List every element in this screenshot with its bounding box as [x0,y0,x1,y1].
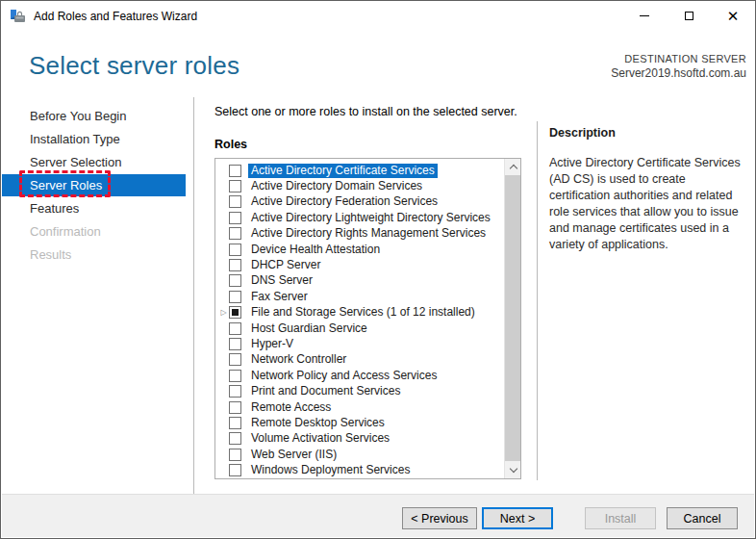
sidebar-item-results: Results [2,244,186,266]
role-row-remote-access[interactable]: Remote Access [218,399,520,415]
role-checkbox[interactable] [229,449,241,461]
role-row-active-directory-certificate-services[interactable]: Active Directory Certificate Services [218,163,520,178]
role-checkbox[interactable] [229,385,241,398]
minimize-button[interactable] [622,1,667,31]
role-row-hyper-v[interactable]: Hyper-V [218,336,520,351]
role-row-active-directory-federation-services[interactable]: Active Directory Federation Services [218,194,520,210]
role-checkbox[interactable] [229,417,241,429]
sidebar-divider [193,97,194,496]
role-label: Fax Server [248,290,311,304]
role-checkbox[interactable] [229,401,241,414]
role-row-file-and-storage-services-1-of-12-installed[interactable]: ▷File and Storage Services (1 of 12 inst… [218,305,520,321]
sidebar-item-before-you-begin[interactable]: Before You Begin [2,105,186,127]
role-row-remote-desktop-services[interactable]: Remote Desktop Services [218,415,520,430]
role-checkbox[interactable] [229,322,241,335]
chevron-up-icon [509,165,517,172]
role-checkbox[interactable] [229,274,241,287]
roles-listbox[interactable]: Active Directory Certificate ServicesAct… [214,158,521,479]
role-row-active-directory-domain-services[interactable]: Active Directory Domain Services [218,178,520,193]
role-label: Active Directory Lightweight Directory S… [248,211,493,225]
role-label: DHCP Server [248,258,323,272]
role-row-web-server-iis[interactable]: Web Server (IIS) [218,447,520,462]
role-label: Remote Access [248,400,334,415]
role-checkbox[interactable] [229,306,241,319]
destination-server-name: Server2019.hsoftd.com.au [611,66,746,80]
role-label: Device Health Attestation [248,243,383,257]
role-label: Active Directory Rights Management Servi… [248,226,489,241]
install-button: Install [585,507,656,529]
role-row-network-controller[interactable]: Network Controller [218,352,520,368]
destination-label: DESTINATION SERVER [611,53,746,64]
role-checkbox[interactable] [229,259,241,271]
sidebar-item-installation-type[interactable]: Installation Type [2,128,186,150]
server-manager-icon [11,9,26,24]
roles-scrollbar[interactable] [504,159,520,478]
title-bar[interactable]: Add Roles and Features Wizard ✕ [1,1,755,31]
expand-arrow-icon[interactable]: ▷ [218,309,229,317]
sidebar-item-server-roles[interactable]: Server Roles [2,174,186,196]
role-checkbox[interactable] [229,432,241,445]
footer-bar: < Previous Next > Install Cancel [2,494,754,537]
role-row-dns-server[interactable]: DNS Server [218,273,520,289]
sidebar-item-features[interactable]: Features [2,197,186,219]
role-checkbox[interactable] [229,195,241,208]
scroll-up-button[interactable] [505,159,521,175]
instruction-text: Select one or more roles to install on t… [214,105,517,118]
role-checkbox[interactable] [229,180,241,192]
role-label: DNS Server [248,273,315,288]
role-label: Host Guardian Service [248,321,370,336]
scrollbar-thumb[interactable] [505,175,521,461]
close-icon: ✕ [727,9,740,23]
role-label: Hyper-V [248,337,296,351]
red-dashed-annotation [19,170,111,197]
role-label: Remote Desktop Services [248,416,388,430]
role-checkbox[interactable] [229,353,241,366]
role-label: Active Directory Domain Services [248,179,425,193]
role-checkbox[interactable] [229,338,241,350]
role-row-active-directory-lightweight-directory-services[interactable]: Active Directory Lightweight Directory S… [218,210,520,225]
role-label: Web Server (IIS) [248,448,340,462]
previous-button[interactable]: < Previous [402,507,477,529]
role-row-volume-activation-services[interactable]: Volume Activation Services [218,431,520,447]
role-checkbox[interactable] [229,291,241,303]
role-checkbox[interactable] [229,165,241,177]
destination-block: DESTINATION SERVER Server2019.hsoftd.com… [611,53,746,80]
role-row-fax-server[interactable]: Fax Server [218,289,520,304]
description-divider [537,121,538,480]
role-row-active-directory-rights-management-services[interactable]: Active Directory Rights Management Servi… [218,226,520,242]
role-label: Print and Document Services [248,384,403,398]
role-label: Network Policy and Access Services [248,369,440,383]
role-label: Windows Deployment Services [248,463,413,477]
roles-heading: Roles [214,138,247,151]
role-row-dhcp-server[interactable]: DHCP Server [218,257,520,272]
role-row-windows-deployment-services[interactable]: Windows Deployment Services [218,462,520,477]
role-label: Volume Activation Services [248,431,392,446]
role-label: Active Directory Certificate Services [248,164,438,178]
role-checkbox[interactable] [229,212,241,224]
role-checkbox[interactable] [229,227,241,240]
close-button[interactable]: ✕ [711,1,755,31]
sidebar-item-server-selection[interactable]: Server Selection [2,151,186,173]
maximize-button[interactable] [667,1,711,31]
window-title: Add Roles and Features Wizard [34,10,197,23]
scroll-down-button[interactable] [505,462,521,478]
role-checkbox[interactable] [229,244,241,256]
description-heading: Description [549,126,616,140]
minimize-icon [640,15,649,16]
role-row-print-and-document-services[interactable]: Print and Document Services [218,383,520,398]
role-checkbox[interactable] [229,464,241,476]
role-row-host-guardian-service[interactable]: Host Guardian Service [218,321,520,336]
role-checkbox[interactable] [229,370,241,382]
next-button[interactable]: Next > [482,507,553,529]
description-text: Active Directory Certificate Services (A… [549,155,749,253]
maximize-icon [685,12,693,20]
sidebar-item-confirmation: Confirmation [2,220,186,243]
role-row-device-health-attestation[interactable]: Device Health Attestation [218,242,520,257]
chevron-down-icon [509,465,517,473]
role-label: Active Directory Federation Services [248,194,441,209]
page-title: Select server roles [29,51,239,81]
wizard-sidebar: Before You BeginInstallation TypeServer … [2,105,186,267]
role-row-network-policy-and-access-services[interactable]: Network Policy and Access Services [218,368,520,383]
wizard-window: Add Roles and Features Wizard ✕ Select s… [0,0,756,539]
cancel-button[interactable]: Cancel [667,507,738,529]
